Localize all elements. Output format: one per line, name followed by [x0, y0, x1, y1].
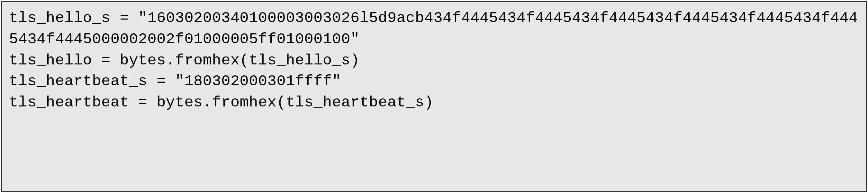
code-block: tls_hello_s = "16030200340100003003026l5…: [1, 1, 867, 192]
code-line-3: tls_hello = bytes.fromhex(tls_hello_s): [9, 50, 859, 71]
code-line-7: tls_heartbeat_s = "180302000301ffff": [9, 71, 859, 92]
code-line-1: tls_hello_s = "16030200340100003003026l5…: [9, 8, 859, 50]
code-line-9: tls_heartbeat = bytes.fromhex(tls_heartb…: [9, 92, 859, 113]
